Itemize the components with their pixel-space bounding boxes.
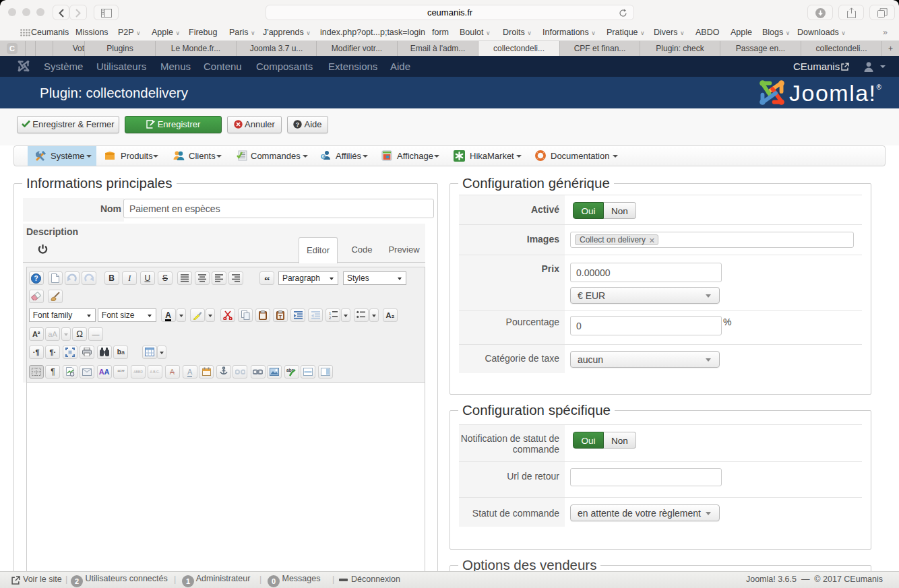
svg-text:1: 1: [329, 311, 332, 315]
svg-text:?: ?: [296, 121, 300, 128]
svg-text:?: ?: [34, 275, 38, 282]
svg-text:€: €: [322, 154, 325, 159]
svg-text:T: T: [279, 314, 282, 320]
svg-text:2: 2: [329, 316, 332, 320]
